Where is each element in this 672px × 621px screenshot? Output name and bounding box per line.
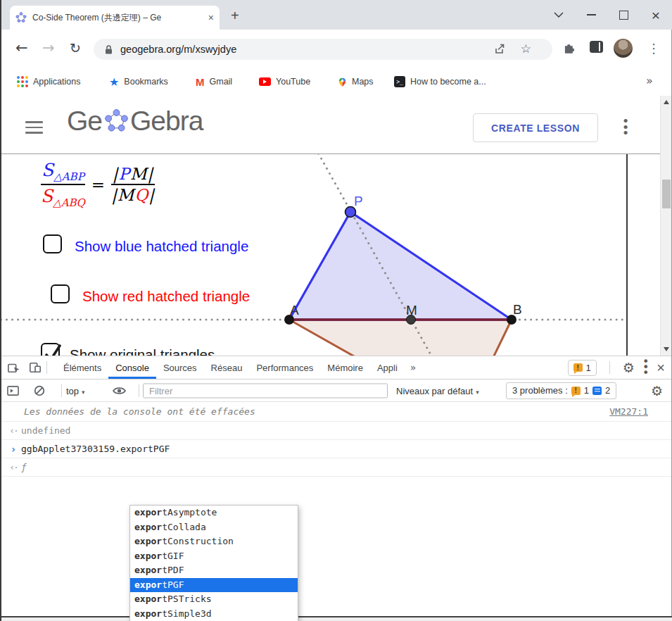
tab-search-chevron-icon[interactable]	[543, 0, 575, 30]
bookmarks-overflow-icon[interactable]: »	[646, 74, 653, 87]
clear-console-icon[interactable]	[34, 385, 45, 396]
star-icon: ★	[109, 75, 119, 89]
devtools-close-icon[interactable]: ×	[657, 360, 665, 375]
autocomplete-dropdown[interactable]: exportAsymptoteexportColladaexportConstr…	[129, 505, 298, 621]
devtools-tab-sources[interactable]: Sources	[156, 356, 204, 379]
bookmark-item-how-to-become[interactable]: >_ How to become a...	[394, 68, 486, 95]
back-icon[interactable]: ←	[15, 41, 28, 56]
maximize-button[interactable]	[607, 0, 640, 30]
minimize-button[interactable]	[575, 0, 607, 30]
checkbox-original-triangles[interactable]	[41, 343, 60, 356]
bookmark-item-youtube[interactable]: YouTube	[259, 68, 310, 95]
page-menu-kebab-icon[interactable]: •••	[621, 118, 630, 137]
bookmark-star-icon[interactable]: ☆	[521, 42, 531, 56]
close-window-button[interactable]: ×	[640, 0, 672, 30]
new-tab-button[interactable]: +	[231, 8, 239, 23]
checkbox-label-red[interactable]: Show red hatched triangle	[82, 288, 250, 305]
more-tabs-icon[interactable]: »	[405, 362, 422, 373]
geogebra-logo-dots-icon	[103, 106, 129, 136]
console-command-row[interactable]: › ggbApplet37303159.exportPGF	[0, 440, 672, 458]
label-M: M	[406, 303, 417, 318]
devtools-tab-reseau[interactable]: Réseau	[204, 356, 250, 379]
scrollbar-thumb[interactable]	[662, 180, 671, 208]
warning-icon: !	[573, 363, 583, 372]
create-lesson-button[interactable]: CREATE LESSON	[473, 113, 598, 142]
inspect-element-icon[interactable]	[7, 361, 20, 374]
autocomplete-item[interactable]: exportSimple3d	[130, 607, 298, 621]
checkbox-blue-hatched[interactable]	[43, 234, 62, 253]
reload-icon[interactable]: ↻	[70, 42, 81, 55]
profile-avatar[interactable]	[614, 39, 633, 58]
devtools-tab-elements[interactable]: Éléments	[56, 356, 108, 379]
page-scrollbar[interactable]	[660, 96, 672, 356]
autocomplete-item[interactable]: exportPGF	[130, 578, 298, 593]
source-link[interactable]: VM227:1	[609, 406, 648, 417]
console-filter-input[interactable]	[143, 383, 388, 398]
error-warning-badge[interactable]: ! 1	[568, 360, 597, 376]
autocomplete-item[interactable]: exportCollada	[130, 520, 298, 535]
autocomplete-item[interactable]: exportAsymptote	[130, 506, 298, 520]
extensions-puzzle-icon[interactable]	[562, 41, 576, 55]
problems-summary[interactable]: 3 problèmes : ! 1 2	[506, 382, 616, 399]
context-selector[interactable]: top▾	[66, 385, 85, 396]
result-undefined-text: undefined	[21, 425, 70, 436]
browser-menu-kebab-icon[interactable]: ⋮	[647, 42, 660, 55]
console-settings-gear-icon[interactable]: ⚙	[651, 384, 663, 397]
console-message-cleared: Les données de la console ont été effacé…	[0, 401, 672, 422]
scroll-down-icon[interactable]	[664, 347, 669, 351]
devtools-settings-gear-icon[interactable]: ⚙	[623, 361, 635, 375]
result-function-text: ƒ	[21, 462, 27, 472]
tab-close-icon[interactable]: ×	[208, 13, 214, 23]
devtools-tabs: ÉlémentsConsoleSourcesRéseauPerformances…	[56, 356, 405, 379]
bookmark-item-gmail[interactable]: M Gmail	[196, 68, 232, 95]
console-sidebar-icon[interactable]	[7, 385, 19, 396]
problems-label: 3 problèmes :	[512, 385, 568, 396]
devtools-menu-kebab-icon[interactable]: •••	[642, 359, 649, 376]
url-bar[interactable]: geogebra.org/m/xswyjdye ☆	[94, 39, 552, 60]
console-toolbar: top▾ Niveaux par défaut▾ 3 problèmes : !…	[0, 380, 672, 402]
separator	[609, 361, 610, 374]
devtools-tabbar-right: ! 1 ⚙ ••• ×	[568, 356, 665, 379]
log-levels-selector[interactable]: Niveaux par défaut▾	[396, 385, 479, 396]
autocomplete-item[interactable]: exportPSTricks	[130, 592, 298, 607]
label-A: A	[290, 303, 299, 318]
cleared-message-text: Les données de la console ont été effacé…	[24, 406, 255, 417]
live-expression-eye-icon[interactable]	[113, 386, 126, 395]
browser-tab[interactable]: Co-Side Theorem (共邊定理) – Ge ×	[10, 6, 220, 30]
bookmark-label: Gmail	[210, 77, 233, 87]
side-panel-icon[interactable]	[590, 41, 603, 53]
bookmark-label: YouTube	[276, 77, 310, 87]
checkbox-label-original[interactable]: Show original triangles	[70, 346, 215, 356]
bookmark-item-maps[interactable]: Maps	[338, 68, 374, 95]
hamburger-menu-icon[interactable]	[25, 121, 43, 137]
autocomplete-item[interactable]: exportGIF	[130, 549, 298, 564]
share-icon[interactable]	[493, 43, 506, 56]
forward-icon[interactable]: →	[42, 41, 55, 56]
devtools-tab-console[interactable]: Console	[108, 356, 156, 379]
autocomplete-item[interactable]: exportConstruction	[130, 534, 298, 549]
devtools-panel: ÉlémentsConsoleSourcesRéseauPerformances…	[0, 356, 672, 616]
device-toolbar-icon[interactable]	[29, 361, 42, 374]
area-ratio-formula: S△ABP S△ABQ = |PM| |MQ|	[41, 160, 155, 209]
console-command-text[interactable]: ggbApplet37303159.exportPGF	[21, 444, 170, 454]
devtools-tab-memoire[interactable]: Mémoire	[320, 356, 370, 379]
checkbox-label-blue[interactable]: Show blue hatched triangle	[75, 238, 248, 255]
separator	[61, 384, 62, 397]
warning-icon: !	[571, 387, 581, 395]
bookmarks-bar: Applications ★ Bookmarks M Gmail YouTube	[0, 68, 672, 95]
console-prompt-icon: ›	[6, 444, 21, 455]
scroll-up-icon[interactable]	[664, 100, 669, 104]
geogebra-logo[interactable]: Ge Gebra	[67, 106, 203, 137]
checkbox-red-hatched[interactable]	[51, 284, 70, 303]
window-bottom-border	[0, 616, 672, 621]
autocomplete-item[interactable]: exportPDF	[130, 563, 298, 578]
lock-icon	[104, 44, 113, 55]
caret-down-icon: ▾	[476, 388, 479, 395]
gmail-icon: M	[196, 76, 205, 88]
bookmark-item-bookmarks[interactable]: ★ Bookmarks	[109, 68, 168, 95]
titlebar: Co-Side Theorem (共邊定理) – Ge × + ×	[0, 0, 672, 30]
bookmark-item-applications[interactable]: Applications	[17, 68, 80, 95]
separator	[46, 361, 47, 374]
devtools-tab-performances[interactable]: Performances	[249, 356, 320, 379]
devtools-tab-appli[interactable]: Appli	[370, 356, 405, 379]
